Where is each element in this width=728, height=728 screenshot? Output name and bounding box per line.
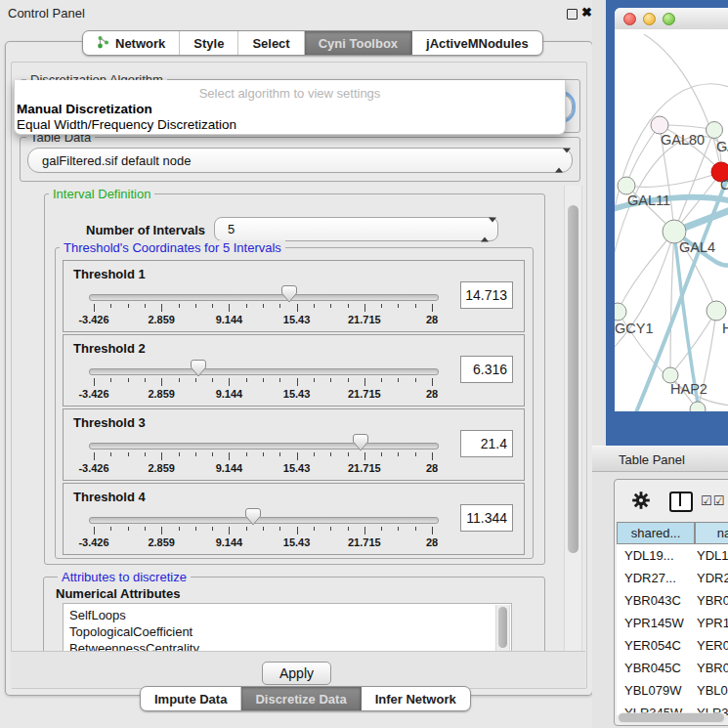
popup-option[interactable]: Equal Width/Frequency Discretization — [15, 117, 565, 133]
slider-thumb[interactable] — [191, 360, 206, 377]
column-header[interactable]: shared... — [617, 522, 695, 544]
slider-thumb[interactable] — [281, 285, 297, 303]
tab-label: Impute Data — [154, 692, 227, 707]
tab-discretize-data[interactable]: Discretize Data — [241, 687, 361, 710]
slider-track[interactable] — [89, 368, 439, 375]
tab-label: Network — [115, 36, 165, 51]
table-row[interactable]: YDR27...YDR2 — [617, 567, 728, 589]
tick-label: -3.426 — [78, 462, 108, 474]
panel-scrollbar[interactable] — [564, 186, 582, 651]
tick-mark — [94, 304, 95, 312]
tick-mark — [398, 527, 399, 531]
slider-track[interactable] — [89, 517, 439, 524]
tab-impute-data[interactable]: Impute Data — [141, 687, 241, 710]
tab-label: Cyni Toolbox — [319, 36, 398, 51]
table-row[interactable]: YBL079WYBL0 — [617, 679, 728, 702]
cell-shared-name: YBL079W — [624, 683, 682, 698]
tick-label: 9.144 — [216, 536, 243, 548]
tick-label: 15.43 — [283, 314, 311, 325]
attributes-group-title: Attributes to discretize — [58, 570, 191, 584]
table-row[interactable]: YPR145WYPR1 — [617, 612, 728, 634]
network-node[interactable] — [707, 301, 726, 321]
cell-shared-name: YBR043C — [624, 593, 681, 608]
network-window-titlebar[interactable] — [615, 8, 728, 30]
tick-mark — [415, 452, 416, 456]
cell-shared-name: YDR27... — [624, 571, 676, 585]
slider-track[interactable] — [89, 294, 439, 301]
minimize-traffic-light-icon[interactable] — [643, 13, 656, 25]
tab-jactivemnodules[interactable]: jActiveMNodules — [412, 31, 542, 55]
table-header-row: shared...na — [617, 522, 728, 544]
slider-ticks — [64, 378, 524, 387]
numerical-attributes-list[interactable]: SelfLoopsTopologicalCoefficientBetweenne… — [63, 603, 512, 653]
number-of-intervals-label: Number of Intervals — [86, 223, 205, 237]
tick-mark — [110, 527, 111, 531]
cell-name: YBR0 — [697, 593, 728, 608]
numerical-attributes-label: Numerical Attributes — [56, 586, 180, 601]
tick-mark — [179, 452, 180, 456]
popup-option[interactable]: Manual Discretization — [15, 102, 565, 117]
tick-label: 2.859 — [148, 536, 175, 548]
tick-mark — [432, 527, 433, 535]
network-node-label: GAL11 — [627, 193, 670, 208]
zoom-traffic-light-icon[interactable] — [663, 13, 675, 25]
gear-icon[interactable] — [632, 492, 650, 509]
network-edge[interactable] — [644, 34, 721, 172]
table-row[interactable]: YBR043CYBR0 — [617, 589, 728, 612]
table-data-combo[interactable]: galFiltered.sif default node — [27, 148, 573, 173]
threshold-value-field[interactable]: 21.4 — [460, 430, 513, 457]
table-panel-header[interactable]: Table Panel — [592, 446, 728, 472]
popup-prompt-item[interactable]: Select algorithm to view settings — [15, 85, 565, 102]
network-node-label: GAL4 — [679, 239, 715, 255]
network-node-label: GAL80 — [661, 132, 705, 148]
tick-mark — [398, 304, 399, 308]
close-icon[interactable]: ✖ — [581, 8, 592, 18]
column-header[interactable]: na — [695, 522, 728, 544]
network-node[interactable] — [707, 122, 723, 139]
select-columns-checkboxes-icon[interactable]: ☑☑ — [701, 493, 725, 508]
apply-button[interactable]: Apply — [262, 662, 331, 685]
slider-thumb[interactable] — [353, 434, 368, 451]
tab-infer-network[interactable]: Infer Network — [362, 687, 470, 710]
tick-mark — [145, 452, 146, 456]
float-window-icon[interactable] — [567, 9, 578, 20]
table-row[interactable]: YER054CYER0 — [617, 634, 728, 657]
cell-shared-name: YER054C — [624, 638, 681, 653]
list-item[interactable]: SelfLoops — [64, 607, 511, 623]
bottom-tab-bar: Impute DataDiscretize DataInfer Network — [140, 686, 471, 711]
threshold-value-field[interactable]: 11.344 — [460, 504, 513, 532]
network-edge[interactable] — [670, 232, 674, 375]
tab-network[interactable]: Network — [83, 31, 180, 55]
network-edge[interactable] — [618, 232, 674, 312]
split-columns-icon[interactable] — [669, 492, 693, 512]
tick-mark — [161, 378, 162, 386]
table-row[interactable]: YBR045CYBR0 — [617, 657, 728, 679]
list-scrollbar[interactable] — [495, 605, 510, 651]
tick-mark — [330, 304, 331, 308]
tick-mark — [314, 452, 315, 456]
tick-mark — [212, 378, 213, 382]
tab-style[interactable]: Style — [180, 31, 238, 55]
threshold-value-field[interactable]: 6.316 — [460, 356, 513, 383]
number-of-intervals-combo[interactable]: 5 — [214, 217, 498, 241]
table-hscrollbar[interactable] — [618, 712, 727, 723]
network-window: GAL80GACGAL11GAL4GCY1HHAP2 — [615, 8, 728, 411]
threshold-value-field[interactable]: 14.713 — [460, 281, 513, 309]
cell-name: YDL1 — [697, 548, 728, 563]
slider-ticks — [64, 527, 524, 535]
tab-cyni-toolbox[interactable]: Cyni Toolbox — [305, 31, 412, 55]
network-edge[interactable] — [626, 125, 660, 186]
tick-mark — [314, 304, 315, 308]
close-traffic-light-icon[interactable] — [623, 13, 636, 25]
slider-thumb[interactable] — [245, 508, 261, 526]
slider-track[interactable] — [89, 443, 439, 450]
tab-select[interactable]: Select — [238, 31, 304, 55]
tick-label: -3.426 — [78, 314, 108, 325]
network-canvas[interactable]: GAL80GACGAL11GAL4GCY1HHAP2 — [615, 29, 728, 411]
threshold-label: Threshold 1 — [73, 267, 146, 281]
network-node[interactable] — [615, 303, 626, 321]
tick-label: -3.426 — [78, 388, 108, 400]
table-row[interactable]: YDL19...YDL1 — [617, 544, 728, 567]
list-item[interactable]: TopologicalCoefficient — [64, 623, 511, 640]
tick-mark — [263, 527, 264, 531]
